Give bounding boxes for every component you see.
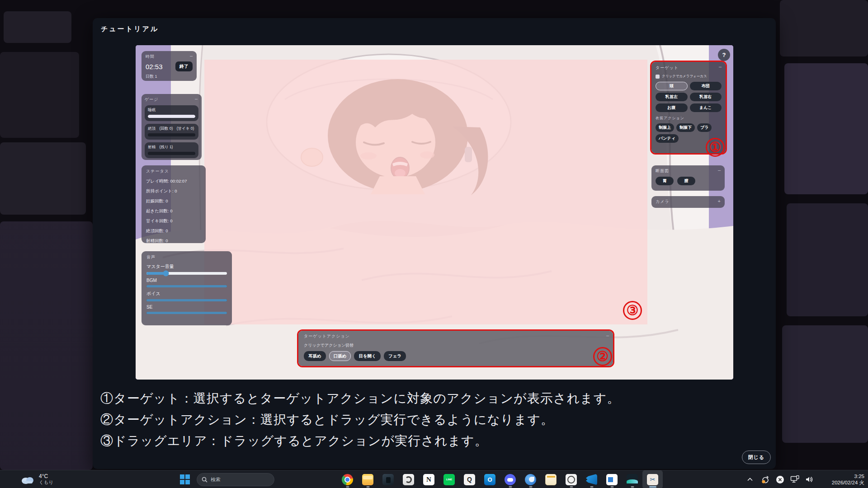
search-icon xyxy=(202,477,208,483)
time-panel-title: 時間 xyxy=(146,54,193,60)
costume-section-label: 衣装アクション xyxy=(656,116,722,121)
tray-clock[interactable]: 3:25 2026/02/24 火 xyxy=(832,470,864,488)
costume-button[interactable]: 制服上 xyxy=(656,123,674,132)
taskbar-app[interactable] xyxy=(398,470,419,488)
action-button[interactable]: 口舐め xyxy=(329,351,351,361)
network-icon[interactable] xyxy=(790,474,800,484)
clock-app-icon xyxy=(566,474,577,485)
taskbar-app[interactable] xyxy=(378,470,398,488)
slider-handle[interactable] xyxy=(163,271,169,277)
status-row: 所持ポイント: 0 xyxy=(146,188,201,194)
costume-button[interactable]: 制服下 xyxy=(676,123,695,132)
checkbox-icon[interactable] xyxy=(656,75,660,79)
windows-logo-icon xyxy=(180,474,190,484)
tray-time: 3:25 xyxy=(832,473,864,479)
target-button[interactable]: 乳首右 xyxy=(690,93,722,101)
cross-section-panel: 断面図 – 胃 膣 xyxy=(651,165,725,191)
action-button[interactable]: 耳舐め xyxy=(304,351,326,361)
taskbar-app[interactable] xyxy=(439,470,459,488)
gauge-bar: 睡眠 xyxy=(145,105,198,121)
taskbar-app[interactable] xyxy=(602,470,622,488)
minimize-icon[interactable]: – xyxy=(719,64,722,69)
target-button[interactable]: 乳首左 xyxy=(656,93,688,101)
taskbar-app[interactable] xyxy=(500,470,520,488)
minimize-icon[interactable]: – xyxy=(190,53,193,58)
kindle-icon xyxy=(382,474,394,485)
costume-button[interactable]: パンティ xyxy=(656,134,679,143)
camera-focus-checkbox[interactable]: クリックでカメラフォーカス xyxy=(656,74,722,79)
volume-slider[interactable]: BGM xyxy=(146,278,227,287)
background-window xyxy=(784,63,868,194)
volume-slider[interactable]: ボイス xyxy=(146,291,227,301)
background-window xyxy=(782,325,868,443)
taskbar-app[interactable] xyxy=(337,470,358,488)
drag-area[interactable] xyxy=(204,60,647,324)
target-button[interactable]: 頭 xyxy=(656,82,688,90)
taskbar-app[interactable] xyxy=(459,470,480,488)
camera-panel[interactable]: カメラ + xyxy=(651,196,725,208)
start-button[interactable] xyxy=(177,470,193,488)
target-panel-title: ターゲット xyxy=(656,65,722,71)
weather-widget[interactable]: 4°C くもり xyxy=(20,470,53,488)
close-button[interactable]: 閉じる xyxy=(742,450,771,464)
minimize-icon[interactable]: – xyxy=(606,333,609,338)
target-button[interactable]: まんこ xyxy=(690,103,722,112)
sync-icon[interactable] xyxy=(760,474,770,484)
speaker-icon[interactable] xyxy=(805,474,815,484)
page-title: チュートリアル xyxy=(101,25,159,33)
tutorial-modal: チュートリアル xyxy=(93,18,776,469)
costume-button[interactable]: ブラ xyxy=(697,123,712,132)
taskbar-app[interactable] xyxy=(480,470,500,488)
cross-section-title: 断面図 xyxy=(656,168,721,174)
weather-condition: くもり xyxy=(39,479,53,485)
taskbar-app[interactable] xyxy=(642,470,663,488)
taskbar-search[interactable] xyxy=(197,473,274,486)
status-panel: ステータス プレイ時間: 00:02:07 所持ポイント: 0 妊娠回数: 0 … xyxy=(142,165,206,243)
target-action-panel: ターゲットアクション – クリックでアクション切替 耳舐め 口舐め 目を開く フ… xyxy=(298,331,613,366)
tutorial-line: ③ドラッグエリア：ドラッグするとアクションが実行されます。 xyxy=(100,430,620,451)
volume-slider[interactable]: SE xyxy=(146,305,227,314)
taskbar-app[interactable] xyxy=(358,470,378,488)
minimize-icon[interactable]: – xyxy=(718,167,721,173)
line-icon xyxy=(443,474,455,485)
cross-section-button[interactable]: 膣 xyxy=(677,177,695,185)
taskbar-app[interactable] xyxy=(520,470,541,488)
close-circle-icon[interactable] xyxy=(775,474,785,484)
taskbar-app[interactable] xyxy=(419,470,439,488)
gauge-bar: 射精 (残り 1) xyxy=(145,142,198,158)
background-window xyxy=(780,0,868,56)
minimize-icon[interactable]: – xyxy=(195,96,198,101)
search-input[interactable] xyxy=(211,477,260,482)
target-button[interactable]: お腹 xyxy=(656,103,688,112)
target-button[interactable]: 布団 xyxy=(690,82,722,90)
running-indicator xyxy=(610,486,613,488)
floorp-icon xyxy=(525,474,536,485)
expand-icon[interactable]: + xyxy=(718,198,721,204)
target-panel: ターゲット – クリックでカメラフォーカス 頭 布団 乳首左 乳首右 お腹 xyxy=(651,62,726,153)
status-row: 射精回数: 0 xyxy=(146,238,201,244)
running-indicator xyxy=(346,486,349,488)
media-app-icon xyxy=(627,474,638,485)
taskbar-app[interactable] xyxy=(541,470,561,488)
status-row: 甘イキ回数: 0 xyxy=(146,218,201,224)
volume-slider[interactable]: マスター音量 xyxy=(146,263,227,275)
background-window xyxy=(0,221,93,470)
weather-temp: 4°C xyxy=(39,474,53,479)
chevron-up-icon[interactable] xyxy=(745,474,755,484)
running-indicator xyxy=(649,486,656,488)
taskbar-app[interactable] xyxy=(581,470,602,488)
taskbar-app[interactable] xyxy=(622,470,642,488)
notion-icon xyxy=(423,474,434,485)
outlook-icon xyxy=(484,474,495,485)
running-indicator xyxy=(631,486,634,488)
help-button[interactable]: ? xyxy=(718,49,730,61)
action-button[interactable]: 目を開く xyxy=(354,351,380,361)
running-indicator xyxy=(590,486,593,488)
taskbar-app[interactable] xyxy=(561,470,581,488)
action-button[interactable]: フェラ xyxy=(384,351,406,361)
running-indicator xyxy=(529,486,532,488)
end-button[interactable]: 終了 xyxy=(175,61,193,71)
cross-section-button[interactable]: 胃 xyxy=(656,177,674,185)
annotation-badge-1: ① xyxy=(706,138,725,157)
background-window xyxy=(787,203,868,316)
